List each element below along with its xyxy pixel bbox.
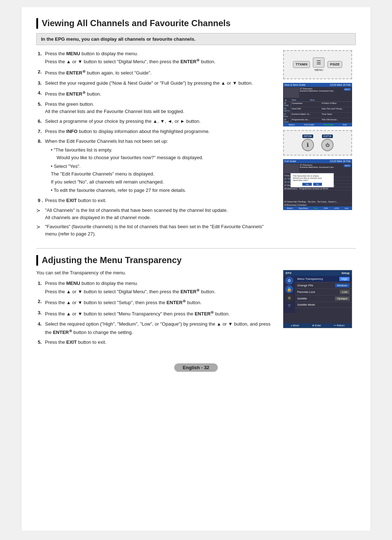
fg-footer-watch: Watch xyxy=(287,207,293,209)
footer-fav: Favourites xyxy=(323,124,334,126)
dialog-box: The favourites list is empty. Would you … xyxy=(290,173,334,188)
s2-step-1: Press the MENU button to display the men… xyxy=(36,280,276,295)
dialog-buttons: Yes No xyxy=(293,183,331,186)
setup-title-label: Setup xyxy=(342,271,350,275)
setup-icons: ⚙ 🔒 ⛭ ▽ xyxy=(283,276,295,313)
page-footer: English - 32 xyxy=(36,360,356,372)
remote-control-image: TTXMIX ☰ MENU PSIZE xyxy=(283,50,352,79)
step8-sub1b: Would you like to choose your favourites… xyxy=(45,154,276,161)
fg-footer-nownext: Now/Next xyxy=(299,207,308,209)
step-8: When the Edit Favourite Channels list ha… xyxy=(36,138,276,194)
section2-title: Adjusting the Menu Transparency xyxy=(36,255,356,266)
setup-rows: Menu Transparency High Change PIN Medium… xyxy=(295,276,352,313)
epg-header: Now & Next Guide 13:20 Wed 16 Feb xyxy=(283,83,352,87)
setup-screen: DTV Setup ⚙ 🔒 ⛭ ▽ Menu Transpa xyxy=(283,270,352,328)
icon-gear: ⚙ xyxy=(285,277,293,285)
step8-sub3: If you select "No", all channels will re… xyxy=(45,178,276,186)
epg-title: Now & Next Guide xyxy=(285,84,306,86)
exit-label: EXIT⊕ xyxy=(322,134,333,138)
section2-steps: Press the MENU button to display the men… xyxy=(36,280,276,346)
page-number-badge: English - 32 xyxy=(174,363,218,372)
fg-row-52: 52 Cartoon Net | The Bugs... The Grim...… xyxy=(283,200,352,203)
epg-col-now: Now xyxy=(292,99,310,101)
section1-images: TTXMIX ☰ MENU PSIZE Now & Next Guide xyxy=(283,50,356,239)
s2-step2-enter: ENTER xyxy=(167,300,183,306)
dialog-no-btn[interactable]: No xyxy=(313,183,322,186)
full-guide-date: 13:20 Wed 16 Feb xyxy=(330,160,351,162)
s2-step-5: Press the EXIT button to exit. xyxy=(36,339,276,346)
setup-row-change-pin: Change PIN Medium xyxy=(295,282,352,289)
remote-inner: TTXMIX ☰ MENU PSIZE xyxy=(284,55,351,74)
section1-intro: In the EPG menu, you can display all cha… xyxy=(36,33,356,45)
section-divider xyxy=(36,248,356,249)
fg-footer-exit: Exit xyxy=(345,207,348,209)
s2-step1-menu: MENU xyxy=(66,281,80,286)
epg-programme-label: Extreme Machines: Armoured Cars xyxy=(300,90,334,92)
full-guide-footer: Watch Now/Next Fav -24H +24H Exit xyxy=(283,206,352,210)
arrow-note-2: "Favourites" (favourite channels) is the… xyxy=(36,223,276,237)
icon-down-arrow: ▽ xyxy=(288,303,291,307)
section2-body: You can set the Transparency of the menu… xyxy=(36,270,356,349)
section2-intro: You can set the Transparency of the menu… xyxy=(36,270,276,275)
fg-row-28: 28 Discovery! Programmes resume at 09:00 xyxy=(283,187,352,190)
psize-btn: PSIZE xyxy=(327,61,342,68)
step-4: Press the ENTER⊕ button. xyxy=(36,89,276,98)
epg-top-area: 27 Discovery Extreme Machines: Armoured … xyxy=(283,87,352,98)
full-guide-prog-info: 27 Discovery Extreme Machines: Armoured … xyxy=(300,164,334,173)
nav-btn-group: EXIT⊕ ⏻ xyxy=(321,134,334,151)
footer-return: ↩ Return xyxy=(334,324,344,327)
s2-step1-enter: ENTER xyxy=(180,289,196,294)
epg-footer: Watch Full Guide Favourites Exit xyxy=(283,123,352,126)
ttxmix-btn: TTXMIX xyxy=(293,61,310,68)
full-guide-header: Full Guide 13:20 Wed 16 Feb xyxy=(283,159,352,163)
fg-footer-fav: Fav xyxy=(314,207,318,209)
icon-settings2: ⛭ xyxy=(285,294,293,302)
dialog-line3: favourites now? xyxy=(293,179,331,181)
info-btn-group: INFO⊕ ℹ xyxy=(302,134,314,151)
s2-step4-enter: ENTER xyxy=(53,330,69,335)
info-nav-buttons: INFO⊕ ℹ EXIT⊕ ⏻ xyxy=(283,130,352,156)
step8-sub1: "The favourites list is empty. xyxy=(45,146,276,154)
step-2: Press the ENTER⊕ button again, to select… xyxy=(36,68,276,77)
step-5: Press the green button. All the channel … xyxy=(36,101,276,115)
step-1: Press the MENU button to display the men… xyxy=(36,50,276,65)
footer-move: ⬧ Move xyxy=(291,324,299,327)
section1-steps: Press the MENU button to display the men… xyxy=(36,50,276,204)
setup-row-parental-lock: Parental Lock Low xyxy=(295,289,352,295)
step2-enter-bold: ENTER xyxy=(66,70,82,76)
epg-now-next-screen: Now & Next Guide 13:20 Wed 16 Feb 27 Dis… xyxy=(283,83,352,126)
step1-enter-bold: ENTER xyxy=(180,59,196,65)
menu-btn-group: ☰ MENU xyxy=(313,57,324,72)
ttxmix-btn-group: TTXMIX xyxy=(293,61,310,68)
full-guide-thumb xyxy=(284,164,299,173)
full-guide-info-badge: INFO xyxy=(344,164,351,167)
step9-exit-bold: EXIT xyxy=(66,198,77,203)
full-guide-title: Full Guide xyxy=(285,160,296,162)
icon-lock: 🔒 xyxy=(285,285,293,293)
step4-enter-bold: ENTER xyxy=(66,92,82,97)
footer-enter: ⊕ Enter xyxy=(312,324,321,327)
step8-sub4: To edit the favourite channels, refer to… xyxy=(45,187,276,194)
section1-text: Press the MENU button to display the men… xyxy=(36,50,276,239)
fg-footer-p24h: +24H xyxy=(334,207,339,209)
epg-col-headers: ▲ Now Next xyxy=(283,98,352,102)
step8-sub2b: The "Edit Favourite Channels" menu is di… xyxy=(45,170,276,178)
setup-row-menu-transparency: Menu Transparency High xyxy=(295,276,352,282)
exit-circle-btn: ⏻ xyxy=(321,139,334,151)
full-guide-screen: Full Guide 13:20 Wed 16 Feb 27 Discovery… xyxy=(283,159,352,210)
s2-step3-enter: ENTER xyxy=(195,311,211,317)
psize-btn-group: PSIZE xyxy=(327,61,342,68)
epg-row-25: 25 TEM Closedown A Patch of Blue xyxy=(283,102,352,107)
full-guide-prog: Extreme Machines: Armoured Cars xyxy=(300,166,334,168)
dialog-yes-btn[interactable]: Yes xyxy=(302,183,312,186)
step-6: Select a programme of your choice by pre… xyxy=(36,118,276,125)
footer-watch: Watch xyxy=(289,124,295,126)
s2-step-3: Press the ▲ or ▼ button to select "Menu … xyxy=(36,309,276,318)
epg-thumbnail xyxy=(284,88,299,98)
footer-exit: Exit xyxy=(343,124,347,126)
setup-row-spacer xyxy=(295,308,352,313)
step8-sub2: Select "Yes". xyxy=(45,163,276,170)
setup-row-subtitle: Subtitle Opaque xyxy=(295,295,352,302)
section2-text: You can set the Transparency of the menu… xyxy=(36,270,276,349)
epg-col-ch: ▲ xyxy=(285,99,292,101)
